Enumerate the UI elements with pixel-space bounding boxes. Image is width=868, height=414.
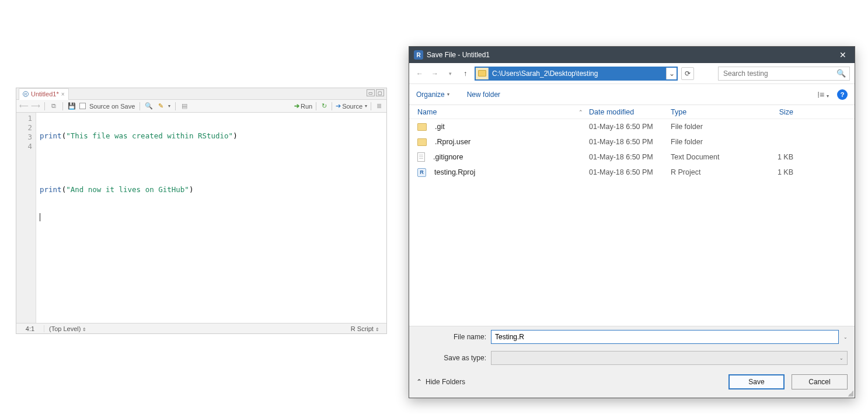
file-name: testing.Rproj [434, 168, 475, 176]
show-in-new-window-icon[interactable]: ⧉ [50, 102, 58, 110]
find-replace-icon[interactable]: 🔍 [145, 102, 153, 110]
dialog-nav-row: ← → ▾ ↑ ⌄ ⟳ 🔍 [409, 63, 855, 84]
resize-grip-icon[interactable] [848, 391, 853, 396]
pane-window-controls: ▭ ▢ [367, 89, 384, 96]
file-name: .gitignore [433, 153, 463, 161]
editor-statusbar: 4:1 (Top Level) ⇕ R Script ⇕ [16, 323, 386, 333]
address-dropdown[interactable]: ⌄ [666, 68, 677, 79]
file-name: .git [435, 123, 445, 131]
dialog-toolbar: Organize ▾ New folder ⁞≡ ▾ ? [409, 84, 855, 105]
code-tools-dropdown[interactable]: ▾ [168, 103, 170, 109]
r-file-icon: R [23, 91, 29, 97]
hide-folders-label: Hide Folders [426, 378, 465, 386]
language-selector[interactable]: R Script ⇕ [344, 325, 386, 332]
column-size-header[interactable]: Size [752, 108, 793, 116]
back-icon[interactable]: ⟵ [20, 102, 28, 110]
organize-label: Organize [416, 91, 445, 99]
maximize-pane-button[interactable]: ▢ [376, 89, 384, 96]
line-number: 4 [16, 142, 32, 151]
line-number: 2 [16, 123, 32, 133]
new-folder-button[interactable]: New folder [467, 91, 500, 99]
address-bar[interactable]: ⌄ [475, 67, 678, 81]
compile-report-icon[interactable]: ▤ [180, 102, 189, 110]
code-token: "And now it lives on GitHub" [66, 185, 189, 194]
code-token: print [40, 185, 62, 194]
file-date: 01-May-18 6:50 PM [589, 123, 671, 131]
dialog-title: Save File - Untitled1 [427, 51, 836, 59]
cancel-button[interactable]: Cancel [792, 374, 848, 389]
line-number-gutter: 1 2 3 4 [16, 113, 36, 323]
file-name-dropdown[interactable]: ⌄ [843, 335, 848, 340]
address-input[interactable] [489, 68, 666, 79]
new-folder-label: New folder [467, 91, 500, 99]
file-row[interactable]: .Rproj.user 01-May-18 6:50 PM File folde… [409, 134, 855, 149]
close-icon[interactable]: ✕ [836, 50, 850, 60]
file-name: .Rproj.user [435, 138, 470, 146]
nav-up-icon[interactable]: ↑ [459, 68, 471, 79]
nav-recent-dropdown[interactable]: ▾ [444, 68, 456, 79]
dialog-footer: ⌃ Hide Folders Save Cancel [409, 368, 855, 398]
help-icon[interactable]: ? [837, 89, 848, 100]
save-icon[interactable]: 💾 [68, 102, 76, 110]
file-date: 01-May-18 6:50 PM [589, 138, 671, 146]
editor-tab-untitled1[interactable]: R Untitled1* × [19, 88, 69, 100]
line-number: 3 [16, 133, 32, 142]
source-arrow-icon: ➔ [336, 102, 341, 110]
cursor-position: 4:1 [16, 325, 44, 332]
minimize-pane-button[interactable]: ▭ [367, 89, 375, 96]
file-list[interactable]: Name ⌃ Date modified Type Size .git 01-M… [409, 105, 855, 326]
file-size: 1 KB [752, 153, 793, 161]
file-row[interactable]: .git 01-May-18 6:50 PM File folder [409, 119, 855, 134]
run-button[interactable]: ➔ Run [294, 102, 312, 110]
source-on-save-label: Source on Save [89, 103, 135, 110]
file-row[interactable]: Rtesting.Rproj 01-May-18 6:50 PM R Proje… [409, 165, 855, 180]
editor-tab-label: Untitled1* [31, 91, 59, 98]
column-name-header[interactable]: Name [417, 108, 437, 116]
file-type: R Project [671, 168, 752, 176]
close-icon[interactable]: × [61, 91, 65, 98]
cancel-button-label: Cancel [808, 378, 830, 386]
file-row[interactable]: .gitignore 01-May-18 6:50 PM Text Docume… [409, 149, 855, 165]
source-button[interactable]: ➔ Source [336, 102, 362, 110]
outline-icon[interactable]: ≣ [375, 102, 383, 110]
source-dropdown[interactable]: ▾ [365, 103, 367, 109]
view-options-icon[interactable]: ⁞≡ ▾ [817, 90, 829, 99]
file-date: 01-May-18 6:50 PM [589, 153, 671, 161]
file-name-input[interactable] [491, 330, 839, 344]
code-token: ) [189, 185, 194, 194]
refresh-icon[interactable]: ⟳ [681, 67, 694, 80]
file-list-header[interactable]: Name ⌃ Date modified Type Size [409, 105, 855, 119]
hide-folders-button[interactable]: ⌃ Hide Folders [416, 378, 465, 386]
dialog-bottom-area: File name: ⌄ Save as type: ⌄ ⌃ Hide Fold… [409, 326, 855, 398]
nav-back-icon[interactable]: ← [414, 68, 426, 79]
line-number: 1 [16, 114, 32, 123]
folder-icon [417, 138, 427, 146]
editor-body[interactable]: 1 2 3 4 print("This file was created wit… [16, 113, 386, 323]
editor-tabbar: R Untitled1* × ▭ ▢ [16, 88, 386, 100]
code-tools-icon[interactable]: ✎ [156, 102, 165, 110]
folder-icon [476, 68, 489, 79]
column-type-header[interactable]: Type [671, 108, 752, 116]
language-label: R Script [351, 325, 375, 332]
save-as-type-label: Save as type: [416, 354, 486, 362]
nav-forward-icon[interactable]: → [429, 68, 441, 79]
save-button-label: Save [748, 378, 764, 386]
save-button[interactable]: Save [728, 374, 785, 389]
run-arrow-icon: ➔ [294, 102, 299, 110]
column-date-header[interactable]: Date modified [589, 108, 671, 116]
scope-selector[interactable]: (Top Level) ⇕ [44, 325, 344, 332]
code-area[interactable]: print("This file was created within RStu… [36, 113, 386, 323]
source-on-save-checkbox[interactable] [79, 103, 86, 109]
sort-ascending-icon: ⌃ [578, 109, 583, 115]
file-type: File folder [671, 138, 752, 146]
rerun-icon[interactable]: ↻ [320, 102, 328, 110]
code-token: print [40, 131, 62, 140]
search-input[interactable] [722, 69, 833, 78]
save-as-type-select[interactable]: ⌄ [491, 351, 848, 365]
forward-icon[interactable]: ⟶ [32, 102, 40, 110]
file-type: File folder [671, 123, 752, 131]
document-icon [417, 152, 425, 162]
search-box[interactable]: 🔍 [718, 67, 850, 81]
save-file-dialog: R Save File - Untitled1 ✕ ← → ▾ ↑ ⌄ ⟳ 🔍 … [409, 46, 855, 398]
organize-button[interactable]: Organize ▾ [416, 91, 449, 99]
